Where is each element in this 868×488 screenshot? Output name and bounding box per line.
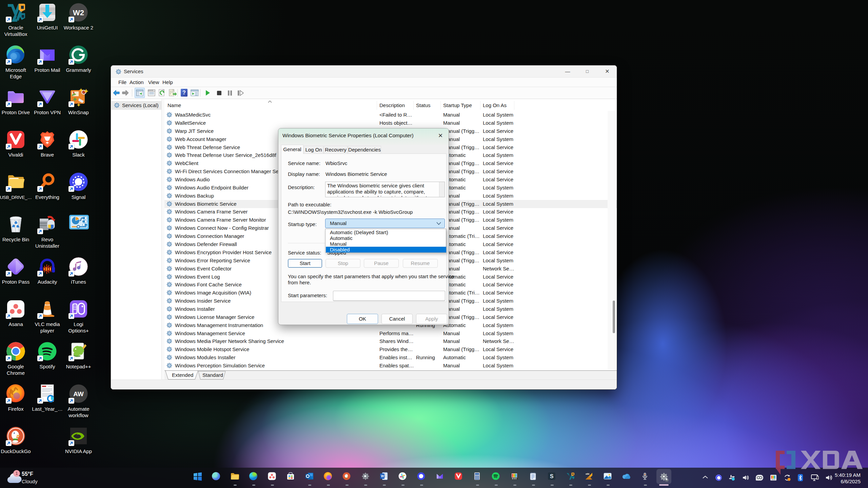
svg-text:AW: AW xyxy=(73,390,84,398)
svg-text:Extended: Extended xyxy=(172,372,193,378)
svg-text:x64: x64 xyxy=(586,473,589,475)
svg-text:Standard: Standard xyxy=(202,372,223,378)
svg-text:S: S xyxy=(550,473,554,479)
svg-text:W2: W2 xyxy=(73,8,84,17)
